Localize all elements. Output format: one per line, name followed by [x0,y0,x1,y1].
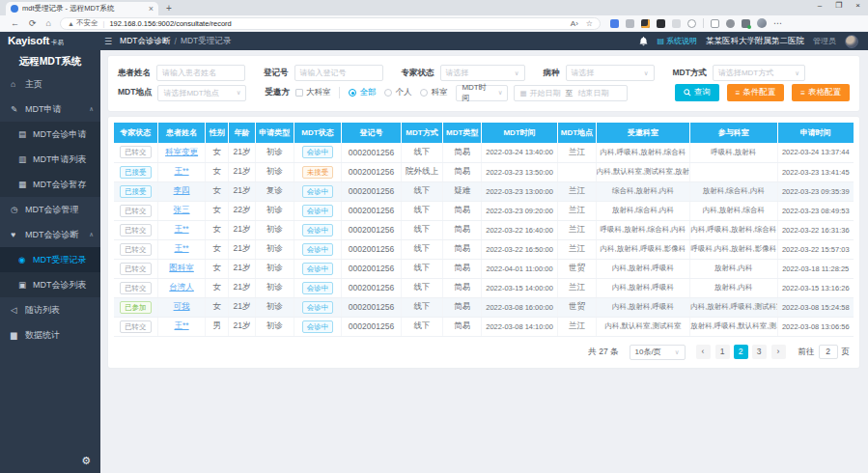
page-jump-input[interactable]: 2 [819,345,838,359]
url-bar[interactable]: ▲ 不安全 | 192.168.0.156:9002/consultate/re… [60,17,601,30]
patient-name-link[interactable]: 张三 [174,205,190,214]
mdt-mode-select[interactable]: 请选择MDT方式∨ [713,65,805,81]
system-help-link[interactable]: ▤ 系统说明 [657,36,697,46]
column-header: 申请时间 [777,123,854,143]
sidebar-item-mdt-apply-list[interactable]: ▥MDT申请列表 [0,147,100,172]
prev-page-button[interactable]: ‹ [696,345,711,359]
invited-depts-cell: 内科,放射科,呼吸科 [596,259,689,278]
expert-status-cell: 已参加 [114,297,157,317]
extension-icon[interactable] [657,19,665,28]
reg-no-input[interactable]: 请输入登记号 [294,65,383,81]
extensions-row: ⋯ [610,18,783,28]
sidebar-item-label: MDT会诊管理 [25,204,79,216]
pagination-total: 共 27 条 [588,347,618,358]
sidebar-item-data-statistics[interactable]: ▆数据统计 [0,322,100,348]
sync-status-icon[interactable] [742,19,750,28]
column-header: 申请类型 [255,123,294,143]
patient-name-link[interactable]: 台湾人 [169,282,194,292]
sidebar-item-home[interactable]: ⌂主页 [0,71,100,97]
home-button[interactable]: ⌂ [46,18,51,28]
invited-depts-cell: 内科,放射科,呼吸科 [596,297,689,317]
expert-status-badge: 已参加 [120,301,152,314]
patient-name-link[interactable]: 王** [175,320,189,330]
apply-type-cell: 初诊 [255,143,294,162]
search-button[interactable]: 查询 [675,84,719,101]
extension-icon[interactable] [610,19,619,28]
table-row: 已转交台湾人女21岁初诊会诊中0002001256线下简易2022-03-15 … [114,278,854,297]
patient-name-cell: 王** [157,162,206,181]
sidebar-item-label: MDT申请列表 [33,153,87,166]
sidebar-item-mdt-accept-records[interactable]: ◉MDT受理记录 [0,247,100,272]
sidebar-item-mdt-consult-list[interactable]: ▣MDT会诊列表 [0,272,100,297]
sidebar-item-mdt-consult-apply[interactable]: ▤MDT会诊申请 [0,122,100,147]
column-header: MDT方式 [401,123,443,143]
sidebar-item-mdt-consult-draft[interactable]: ▦MDT会诊暂存 [0,172,100,197]
radio-personal[interactable]: 个人 [384,87,411,98]
browser-profile-avatar[interactable] [757,18,767,28]
settings-gear-icon[interactable]: ⚙ [81,455,91,467]
filter-label: MDT地点 [118,87,152,98]
sidebar-item-mdt-consult-diagnosis[interactable]: ♥MDT会诊诊断∧ [0,222,100,247]
chevron-down-icon: ∨ [233,89,241,97]
apply-time-cell: 2022-03-08 13:06:56 [777,317,854,336]
apply-type-cell: 初诊 [255,297,294,317]
page-button-2[interactable]: 2 [734,345,748,359]
extension-icon[interactable] [687,19,696,28]
back-button[interactable]: ← [11,18,19,28]
patient-name-link[interactable]: 图科室 [169,263,194,272]
reg-no-cell: 0002001256 [342,239,401,259]
next-page-button[interactable]: › [771,345,786,359]
read-aloud-icon[interactable]: A› [571,19,578,28]
patient-name-input[interactable]: 请输入患者姓名 [156,65,245,81]
extension-icon[interactable] [626,19,634,28]
patient-name-link[interactable]: 李四 [174,185,190,195]
page-size-select[interactable]: 10条/页∨ [630,345,686,360]
page-button-1[interactable]: 1 [715,345,730,359]
sidebar-collapse-icon[interactable]: ☰ [104,37,112,46]
patient-name-link[interactable]: 科室变更 [165,147,198,156]
patient-name-link[interactable]: 可我 [174,301,190,311]
patient-name-link[interactable]: 王** [175,243,189,253]
mdt-place-select[interactable]: 请选择MDT地点∨ [157,85,246,101]
checkbox-icon [295,89,303,97]
mdt-status-cell: 会诊中 [294,181,342,201]
expert-status-select[interactable]: 请选择∨ [440,65,525,81]
mdt-mode-cell: 线下 [401,201,443,220]
radio-all[interactable]: 全部 [349,87,376,98]
table-config-button[interactable]: ≡ 表格配置 [792,84,850,101]
browser-tab[interactable]: mdt受理记录 - 远程MDT系统 × [6,2,158,15]
sidebar-item-mdt-consult-manage[interactable]: ◷MDT会诊管理 [0,197,100,222]
extension-icon[interactable] [641,19,650,28]
sidebar-item-mdt-apply[interactable]: ✎MDT申请∧ [0,97,100,122]
table-row: 已转交王**女21岁初诊会诊中0002001256线下简易2022-03-22 … [114,220,854,239]
heart-icon: ♥ [11,230,22,239]
extension-icon[interactable] [672,19,681,28]
condition-config-button[interactable]: ≡ 条件配置 [727,84,785,101]
tab-close-icon[interactable]: × [149,4,154,14]
sidebar-item-followup-list[interactable]: ◁随访列表 [0,297,100,322]
user-avatar[interactable] [845,35,858,48]
radio-department[interactable]: 科室 [420,87,447,98]
time-field-select[interactable]: MDT时间∨ [456,85,508,101]
browser-menu-icon[interactable]: ⋯ [773,18,783,28]
big-dept-checkbox[interactable]: 大科室 [295,87,331,98]
disease-select[interactable]: 请选择∨ [566,65,655,81]
age-cell: 21岁 [229,143,256,162]
mdt-status-cell: 会诊中 [294,297,342,317]
window-restore-button[interactable]: ❐ [835,1,842,10]
refresh-button[interactable]: ⟳ [29,18,37,28]
apply-type-cell: 复诊 [255,181,294,201]
page-button-3[interactable]: 3 [752,345,767,359]
window-close-button[interactable]: × [855,1,860,10]
favorite-star-icon[interactable]: ☆ [586,19,593,28]
mdt-status-badge: 会诊中 [302,301,334,314]
filter-label: MDT方式 [673,68,707,79]
window-minimize-button[interactable]: – [818,1,822,10]
new-tab-button[interactable]: + [166,2,172,15]
patient-name-link[interactable]: 王** [175,224,189,234]
patient-name-link[interactable]: 王** [175,166,189,176]
date-range-input[interactable]: ▦ 开始日期 至 结束日期 [514,85,628,101]
split-screen-icon[interactable] [711,19,719,28]
browser-tools-icon[interactable] [726,19,735,28]
notification-bell-icon[interactable] [639,33,648,50]
